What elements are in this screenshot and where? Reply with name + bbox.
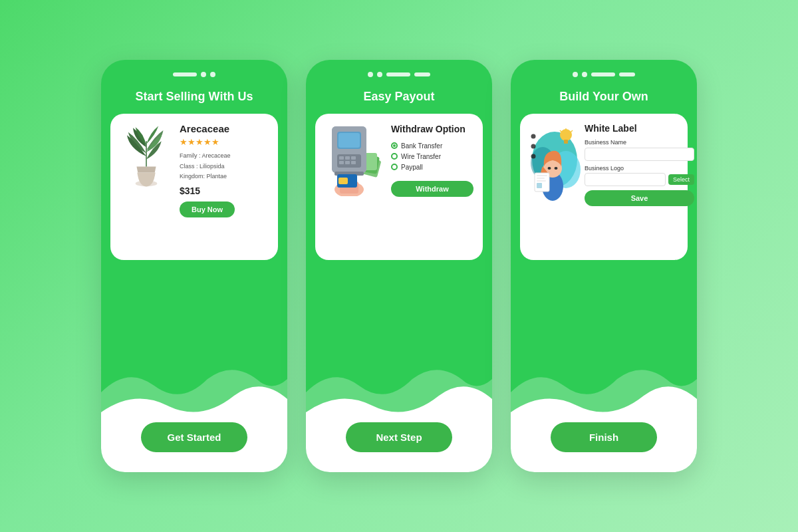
plant-name: Arecaceae xyxy=(180,123,269,134)
form-area: White Label Business Name Business Logo … xyxy=(585,123,694,206)
girl-svg xyxy=(529,123,583,203)
svg-rect-35 xyxy=(537,178,545,179)
card-3-content: White Label Business Name Business Logo … xyxy=(520,114,688,260)
top-bar-3 xyxy=(511,60,697,82)
business-logo-label: Business Logo xyxy=(585,165,694,172)
atm-illustration xyxy=(325,123,384,196)
radio-bank-transfer[interactable]: Bank Transfer xyxy=(391,142,473,150)
logo-row: Select xyxy=(585,173,694,186)
svg-point-31 xyxy=(548,167,551,170)
svg-rect-15 xyxy=(351,161,356,164)
save-button[interactable]: Save xyxy=(585,190,694,206)
finish-button[interactable]: Finish xyxy=(551,422,657,452)
indicator-pill xyxy=(386,72,410,76)
withdraw-button[interactable]: Withdraw xyxy=(391,181,473,197)
radio-circle-wire xyxy=(391,153,398,160)
atm-svg xyxy=(327,120,383,196)
next-step-button[interactable]: Next Step xyxy=(346,422,452,452)
wave-decoration-2 xyxy=(306,352,492,472)
payout-content: Withdraw Option Bank Transfer Wire Trans… xyxy=(325,123,473,196)
indicator-pill xyxy=(173,72,197,76)
withdraw-info: Withdraw Option Bank Transfer Wire Trans… xyxy=(391,123,473,196)
whitelabel-content: White Label Business Name Business Logo … xyxy=(529,123,678,206)
svg-line-27 xyxy=(571,130,573,132)
svg-rect-12 xyxy=(351,156,356,160)
top-bar-1 xyxy=(101,60,287,82)
card-start-selling: Start Selling With Us xyxy=(101,60,287,472)
radio-label-wire: Wire Transfer xyxy=(401,153,441,160)
plant-card-content: Arecaceae ★★★★★ Family : Arecaceae Class… xyxy=(120,123,269,217)
get-started-button[interactable]: Get Started xyxy=(141,422,247,452)
svg-rect-13 xyxy=(339,161,344,164)
radio-circle-bank xyxy=(391,142,398,149)
svg-rect-14 xyxy=(345,161,350,164)
card-easy-payout: Easy Payout xyxy=(306,60,492,472)
select-button[interactable]: Select xyxy=(668,174,694,185)
card-2-content: Withdraw Option Bank Transfer Wire Trans… xyxy=(315,114,483,260)
svg-line-28 xyxy=(560,130,562,132)
indicator-dot xyxy=(582,72,587,77)
business-logo-input[interactable] xyxy=(585,173,666,186)
svg-rect-10 xyxy=(339,156,344,160)
card-1-title: Start Selling With Us xyxy=(122,82,267,114)
plant-info: Arecaceae ★★★★★ Family : Arecaceae Class… xyxy=(180,123,269,217)
svg-rect-25 xyxy=(564,140,568,144)
indicator-dot xyxy=(573,72,578,77)
radio-wire-transfer[interactable]: Wire Transfer xyxy=(391,153,473,160)
svg-rect-36 xyxy=(537,180,546,182)
radio-circle-paypal xyxy=(391,164,398,170)
indicator-dot xyxy=(210,72,215,77)
plant-price: $315 xyxy=(180,186,269,196)
indicator-dot xyxy=(368,72,373,77)
svg-rect-37 xyxy=(537,183,542,188)
svg-point-40 xyxy=(531,134,536,139)
svg-rect-34 xyxy=(537,175,547,176)
wave-decoration-3 xyxy=(511,352,697,472)
buy-now-button[interactable]: Buy Now xyxy=(180,201,235,217)
svg-point-38 xyxy=(531,154,536,159)
radio-label-bank: Bank Transfer xyxy=(401,142,442,150)
card-build-own: Build Your Own xyxy=(511,60,697,472)
svg-rect-20 xyxy=(338,178,348,184)
radio-paypal[interactable]: Paypall xyxy=(391,164,473,171)
card-2-title: Easy Payout xyxy=(350,82,448,114)
wave-decoration-1 xyxy=(101,352,287,472)
girl-illustration xyxy=(529,123,579,196)
card-1-content: Arecaceae ★★★★★ Family : Arecaceae Class… xyxy=(110,114,278,260)
cards-container: Start Selling With Us xyxy=(101,60,697,472)
svg-rect-8 xyxy=(338,133,360,148)
indicator-dot xyxy=(377,72,382,77)
svg-point-39 xyxy=(531,144,536,149)
form-title: White Label xyxy=(585,123,694,134)
indicator-pill xyxy=(591,72,615,76)
business-name-input[interactable] xyxy=(585,148,694,161)
withdraw-title: Withdraw Option xyxy=(391,123,473,135)
indicator-dot xyxy=(201,72,206,77)
plant-illustration xyxy=(120,123,173,190)
radio-label-paypal: Paypall xyxy=(401,164,423,171)
svg-rect-11 xyxy=(345,156,350,160)
svg-point-32 xyxy=(555,167,558,170)
top-bar-2 xyxy=(306,60,492,82)
indicator-pill xyxy=(414,72,430,76)
business-name-label: Business Name xyxy=(585,139,694,146)
card-3-title: Build Your Own xyxy=(546,82,661,114)
plant-details: Family : Arecaceae Class : Liliopsida Ki… xyxy=(180,151,269,182)
plant-stars: ★★★★★ xyxy=(180,137,269,147)
indicator-pill xyxy=(619,72,635,76)
